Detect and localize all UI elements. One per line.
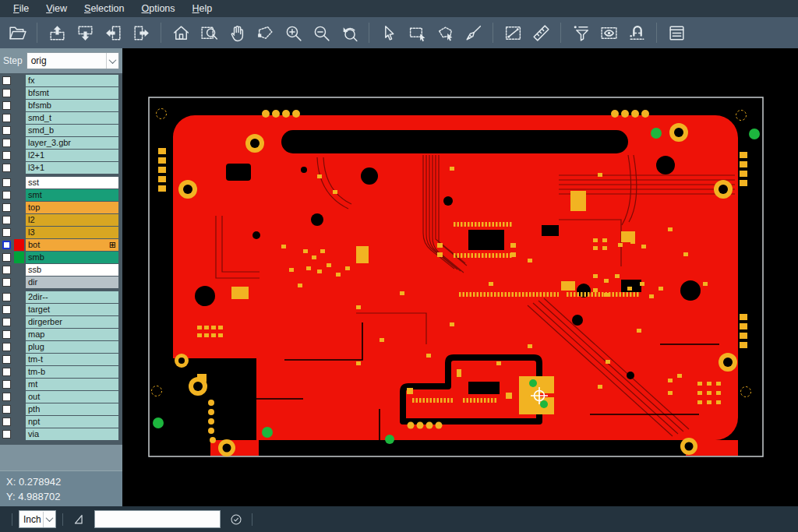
- menu-item-file[interactable]: File: [5, 0, 37, 17]
- menu-item-help[interactable]: Help: [184, 0, 221, 17]
- layer-checkbox-top[interactable]: [2, 203, 11, 212]
- layer-checkbox-dirgerber[interactable]: [2, 318, 11, 326]
- layer-row-mt[interactable]: mt: [0, 379, 122, 390]
- layer-row-bfsmb[interactable]: bfsmb: [0, 100, 122, 111]
- layer-row-l2[interactable]: l2: [0, 214, 122, 226]
- divider: [62, 513, 63, 526]
- ruler-button[interactable]: [528, 20, 553, 45]
- layer-checkbox-l3[interactable]: [2, 228, 11, 237]
- step-row: Step orig: [0, 48, 122, 73]
- layer-row-tm-t[interactable]: tm-t: [0, 354, 122, 365]
- layer-checkbox-map[interactable]: [2, 330, 11, 339]
- layer-checkbox-mt[interactable]: [2, 380, 11, 389]
- layer-checkbox-dir[interactable]: [2, 278, 11, 287]
- filter-button[interactable]: [568, 20, 593, 45]
- command-input[interactable]: [94, 510, 221, 528]
- home-button[interactable]: [168, 20, 193, 45]
- layer-row-tm-b[interactable]: tm-b: [0, 366, 122, 378]
- layer-checkbox-bfsmt[interactable]: [2, 89, 11, 97]
- import-left-button[interactable]: [101, 20, 125, 45]
- step-select[interactable]: orig: [26, 52, 119, 69]
- import-up-button[interactable]: [44, 20, 69, 45]
- filter-icon: [571, 23, 591, 43]
- layer-row-smd-b[interactable]: smd_b: [0, 125, 122, 136]
- layer-checkbox-npt[interactable]: [2, 417, 11, 426]
- select-polygon-button[interactable]: [433, 20, 457, 45]
- layer-checkbox-tm-b[interactable]: [2, 368, 11, 376]
- pcb-canvas[interactable]: [122, 48, 798, 506]
- view-area-button[interactable]: [596, 20, 621, 45]
- layer-row-l3-1[interactable]: l3+1: [0, 162, 122, 174]
- layer-row-smd-t[interactable]: smd_t: [0, 112, 122, 124]
- layer-row-l2-1[interactable]: l2+1: [0, 150, 122, 161]
- layer-row-smt[interactable]: smt: [0, 189, 122, 201]
- layer-checkbox-smt[interactable]: [2, 191, 11, 199]
- refresh-button[interactable]: [227, 510, 245, 529]
- layer-checkbox-bfsmb[interactable]: [2, 101, 11, 110]
- menu-item-selection[interactable]: Selection: [76, 0, 132, 17]
- layer-row-layer-3-gbr[interactable]: layer_3.gbr: [0, 137, 122, 149]
- menu-item-view[interactable]: View: [37, 0, 76, 17]
- open-folder-button[interactable]: [5, 20, 30, 45]
- layer-row-via[interactable]: via: [0, 428, 122, 440]
- layer-row-plug[interactable]: plug: [0, 341, 122, 353]
- layer-row-top[interactable]: top: [0, 202, 122, 213]
- layer-row-npt[interactable]: npt: [0, 416, 122, 428]
- menu-item-options[interactable]: Options: [132, 0, 183, 17]
- select-rect-button[interactable]: [404, 20, 429, 45]
- zoom-polygon-button[interactable]: [252, 20, 277, 45]
- layer-row-2dir-[interactable]: 2dir--: [0, 291, 122, 303]
- layer-row-pth[interactable]: pth: [0, 403, 122, 415]
- layer-row-smb[interactable]: smb: [0, 252, 122, 263]
- layer-checkbox-layer-3-gbr[interactable]: [2, 139, 11, 147]
- layer-checkbox-l2-1[interactable]: [2, 151, 11, 160]
- layer-row-fx[interactable]: fx: [0, 75, 122, 86]
- layer-checkbox-plug[interactable]: [2, 343, 11, 351]
- layer-checkbox-bot[interactable]: [2, 241, 11, 249]
- select-pointer-button[interactable]: [376, 20, 401, 45]
- layer-checkbox-via[interactable]: [2, 430, 11, 439]
- layer-row-out[interactable]: out: [0, 391, 122, 403]
- pan-hand-button[interactable]: [224, 20, 249, 45]
- layer-checkbox-smd-t[interactable]: [2, 114, 11, 122]
- layer-checkbox-target[interactable]: [2, 305, 11, 314]
- layer-row-bot[interactable]: bot⊞: [0, 239, 122, 251]
- layer-checkbox-2dir-[interactable]: [2, 293, 11, 301]
- zoom-out-button[interactable]: [309, 20, 334, 45]
- layer-label-l3: l3: [26, 227, 118, 238]
- corner-select-button[interactable]: [69, 510, 88, 529]
- layer-color-swatch: [14, 316, 24, 328]
- layer-checkbox-l2[interactable]: [2, 216, 11, 224]
- layer-checkbox-pth[interactable]: [2, 405, 11, 414]
- pcb-artwork: [122, 48, 798, 506]
- zoom-area-button[interactable]: [196, 20, 221, 45]
- layer-row-l3[interactable]: l3: [0, 227, 122, 238]
- layer-color-swatch: [14, 227, 24, 238]
- menu-bar: FileViewSelectionOptionsHelp: [0, 0, 798, 17]
- layer-checkbox-fx[interactable]: [2, 76, 11, 85]
- clean-brush-button[interactable]: [461, 20, 486, 45]
- measure-diagonal-button[interactable]: [500, 20, 525, 45]
- layer-row-map[interactable]: map: [0, 329, 122, 340]
- snap-button[interactable]: [624, 20, 649, 45]
- unit-select[interactable]: Inch: [19, 510, 56, 528]
- layer-checkbox-sst[interactable]: [2, 178, 11, 187]
- layer-row-bfsmt[interactable]: bfsmt: [0, 87, 122, 99]
- layer-row-ssb[interactable]: ssb: [0, 264, 122, 276]
- layer-checkbox-smb[interactable]: [2, 253, 11, 262]
- layer-row-sst[interactable]: sst: [0, 177, 122, 188]
- layer-row-dir[interactable]: dir: [0, 277, 122, 288]
- import-down-button[interactable]: [72, 20, 97, 45]
- layer-checkbox-l3-1[interactable]: [2, 164, 11, 172]
- import-right-button[interactable]: [129, 20, 154, 45]
- layer-checkbox-tm-t[interactable]: [2, 355, 11, 364]
- layer-checkbox-ssb[interactable]: [2, 266, 11, 274]
- layer-row-dirgerber[interactable]: dirgerber: [0, 316, 122, 328]
- layer-panel-button[interactable]: [664, 20, 689, 45]
- layer-row-target[interactable]: target: [0, 304, 122, 315]
- layer-color-swatch: [14, 189, 24, 201]
- zoom-in-button[interactable]: [281, 20, 305, 45]
- zoom-previous-button[interactable]: [337, 20, 362, 45]
- layer-checkbox-smd-b[interactable]: [2, 126, 11, 135]
- layer-checkbox-out[interactable]: [2, 393, 11, 401]
